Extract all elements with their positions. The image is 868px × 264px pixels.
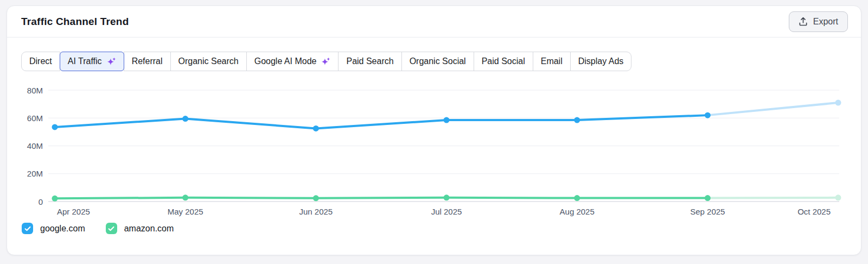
- checkmark-icon: [24, 226, 31, 231]
- page-title: Traffic Channel Trend: [21, 16, 129, 28]
- tab-referral[interactable]: Referral: [124, 52, 171, 71]
- y-axis-tick-label: 20M: [27, 169, 43, 178]
- traffic-channel-trend-card: Traffic Channel Trend Export DirectAI Tr…: [7, 5, 861, 255]
- data-point-amazon-com[interactable]: [52, 196, 58, 202]
- x-axis-tick-label: Aug 2025: [560, 207, 595, 216]
- tab-label: Display Ads: [578, 56, 624, 66]
- page-background: { "header": { "title": "Traffic Channel …: [0, 0, 868, 264]
- tab-organic-search[interactable]: Organic Search: [170, 52, 247, 71]
- data-point-google-com[interactable]: [835, 100, 841, 106]
- data-point-amazon-com[interactable]: [835, 194, 841, 200]
- checkmark-icon: [108, 226, 114, 231]
- data-point-google-com[interactable]: [313, 125, 319, 131]
- data-point-amazon-com[interactable]: [313, 195, 319, 201]
- export-button[interactable]: Export: [789, 11, 848, 32]
- tab-label: Direct: [29, 56, 52, 66]
- tab-ai-traffic[interactable]: AI Traffic: [60, 52, 124, 71]
- x-axis-tick-label: Jun 2025: [299, 207, 333, 216]
- y-axis-tick-label: 0: [39, 197, 43, 206]
- y-axis-tick-label: 60M: [27, 114, 43, 123]
- data-point-google-com[interactable]: [182, 116, 188, 122]
- x-axis-tick-label: Oct 2025: [797, 207, 831, 216]
- y-axis-tick-label: 40M: [27, 141, 43, 150]
- chart-area: 020M40M60M80MApr 2025May 2025Jun 2025Jul…: [7, 81, 861, 218]
- y-axis-tick-label: 80M: [27, 86, 43, 95]
- export-icon: [799, 17, 808, 26]
- tab-display-ads[interactable]: Display Ads: [570, 52, 632, 71]
- ai-sparkle-icon: [321, 57, 330, 66]
- tab-direct[interactable]: Direct: [21, 52, 60, 71]
- data-point-google-com[interactable]: [705, 112, 711, 118]
- tab-organic-social[interactable]: Organic Social: [401, 52, 474, 71]
- x-axis-tick-label: Apr 2025: [57, 207, 90, 216]
- tab-label: Organic Social: [410, 56, 466, 66]
- tab-paid-social[interactable]: Paid Social: [474, 52, 533, 71]
- tab-label: Referral: [132, 56, 163, 66]
- tab-label: Google AI Mode: [254, 56, 317, 66]
- legend-label: amazon.com: [124, 224, 174, 234]
- data-point-amazon-com[interactable]: [182, 194, 188, 200]
- legend-label: google.com: [40, 224, 85, 234]
- export-label: Export: [813, 17, 838, 27]
- tab-label: Organic Search: [178, 56, 239, 66]
- tab-label: AI Traffic: [68, 56, 102, 66]
- traffic-trend-chart: 020M40M60M80MApr 2025May 2025Jun 2025Jul…: [7, 81, 861, 218]
- data-point-amazon-com[interactable]: [705, 195, 711, 201]
- data-point-google-com[interactable]: [444, 117, 450, 123]
- x-axis-tick-label: Sep 2025: [690, 207, 725, 216]
- chart-legend: google.com amazon.com: [22, 223, 847, 234]
- data-point-amazon-com[interactable]: [444, 194, 450, 200]
- data-point-amazon-com[interactable]: [574, 195, 580, 201]
- legend-item-google-com[interactable]: google.com: [22, 223, 85, 234]
- tab-paid-search[interactable]: Paid Search: [338, 52, 401, 71]
- x-axis-tick-label: Jul 2025: [431, 207, 462, 216]
- legend-item-amazon-com[interactable]: amazon.com: [106, 223, 174, 234]
- series-checkbox[interactable]: [106, 223, 117, 234]
- data-point-google-com[interactable]: [574, 117, 580, 123]
- card-header: Traffic Channel Trend Export: [7, 6, 861, 37]
- data-point-google-com[interactable]: [52, 124, 58, 130]
- ai-sparkle-icon: [107, 57, 116, 66]
- x-axis-tick-label: May 2025: [168, 207, 203, 216]
- tab-label: Paid Search: [346, 56, 393, 66]
- tab-google-ai-mode[interactable]: Google AI Mode: [246, 52, 339, 71]
- tab-label: Paid Social: [482, 56, 525, 66]
- series-checkbox[interactable]: [22, 223, 33, 234]
- tab-label: Email: [541, 56, 563, 66]
- channel-tab-bar: DirectAI Traffic ReferralOrganic SearchG…: [21, 52, 631, 71]
- tab-email[interactable]: Email: [533, 52, 571, 71]
